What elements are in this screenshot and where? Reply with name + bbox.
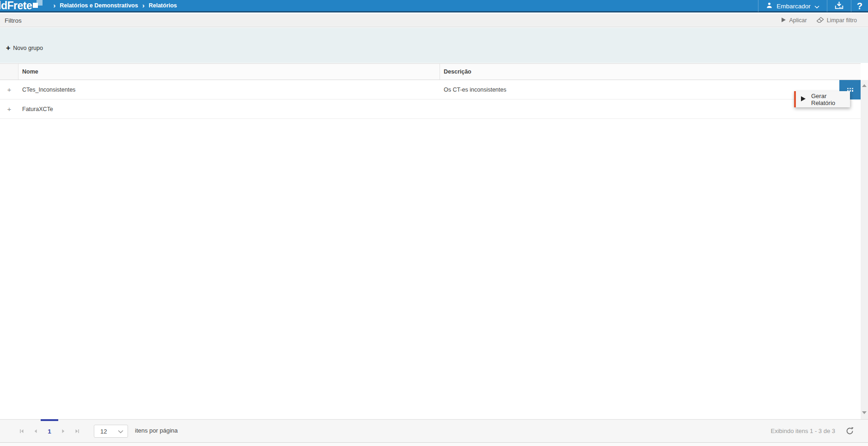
column-header-nome[interactable]: Nome	[18, 64, 440, 80]
play-icon	[781, 17, 786, 24]
page-size-dropdown[interactable]: 12	[94, 425, 128, 438]
pager-status: Exibindo itens 1 - 3 de 3	[771, 427, 835, 434]
last-page-button[interactable]	[70, 424, 84, 438]
app-logo[interactable]: ldFrete	[0, 0, 43, 12]
logo-squares-icon	[33, 0, 43, 10]
eraser-icon	[816, 17, 824, 25]
table-row[interactable]: + FaturaXCTe	[0, 99, 861, 119]
expand-row-button[interactable]: +	[0, 105, 18, 113]
refresh-icon	[845, 427, 854, 435]
groups-panel: + Novo grupo	[0, 28, 868, 63]
user-menu[interactable]: Embarcador	[758, 0, 827, 13]
clear-filter-button[interactable]: Limpar filtro	[816, 17, 857, 25]
play-icon	[801, 96, 806, 103]
breadcrumb: › Relatórios e Demonstrativos › Relatóri…	[53, 2, 177, 9]
user-icon	[766, 2, 773, 11]
new-group-label: Novo grupo	[13, 45, 43, 51]
app-header: ldFrete › Relatórios e Demonstrativos › …	[0, 0, 868, 12]
menu-item-label: Gerar Relatório	[811, 93, 850, 106]
row-name-cell: FaturaXCTe	[18, 106, 440, 112]
expand-column-header	[0, 64, 18, 80]
filter-actions: Aplicar Limpar filtro	[781, 17, 863, 25]
row-name-cell: CTes_Inconsistentes	[18, 87, 440, 93]
refresh-button[interactable]	[845, 427, 854, 435]
breadcrumb-item-relatorios-e-demonstrativos[interactable]: Relatórios e Demonstrativos	[60, 2, 138, 9]
plus-icon: +	[7, 105, 12, 113]
apply-filter-label: Aplicar	[789, 17, 807, 24]
expand-row-button[interactable]: +	[0, 86, 18, 93]
chevron-down-icon	[118, 428, 123, 435]
user-label: Embarcador	[776, 3, 811, 10]
grid-header: Nome Descrição	[0, 63, 861, 80]
help-icon: ?	[857, 1, 862, 12]
vertical-scrollbar[interactable]	[861, 80, 868, 419]
column-header-label: Descrição	[444, 68, 471, 75]
download-button[interactable]	[827, 0, 851, 13]
bottom-strip	[0, 442, 868, 446]
pager: 1 12 itens por página Exibindo itens 1 -…	[0, 419, 868, 442]
logo-text: ldFrete	[0, 0, 32, 12]
header-right-cluster: Embarcador ?	[758, 0, 868, 13]
next-page-button[interactable]	[56, 424, 70, 438]
filters-bar: Filtros Aplicar Limpar filtro	[0, 14, 868, 27]
scroll-down-arrow-icon[interactable]	[862, 411, 867, 414]
pager-right: Exibindo itens 1 - 3 de 3	[771, 420, 854, 442]
plus-icon: +	[7, 86, 12, 93]
filters-title: Filtros	[5, 17, 22, 24]
scroll-up-arrow-icon[interactable]	[862, 84, 867, 87]
page-number-button[interactable]: 1	[43, 424, 56, 438]
clear-filter-label: Limpar filtro	[827, 17, 857, 24]
previous-page-button[interactable]	[29, 424, 43, 438]
chevron-right-icon: ›	[53, 2, 55, 9]
first-page-button[interactable]	[15, 424, 29, 438]
column-header-descricao[interactable]: Descrição	[440, 64, 861, 80]
breadcrumb-item-relatorios[interactable]: Relatórios	[149, 2, 177, 9]
chevron-down-icon	[814, 2, 819, 11]
column-header-label: Nome	[22, 68, 38, 75]
help-button[interactable]: ?	[851, 0, 868, 13]
apply-filter-button[interactable]: Aplicar	[781, 17, 807, 24]
table-row[interactable]: + CTes_Inconsistentes Os CT-es inconsist…	[0, 80, 861, 99]
reports-grid: Nome Descrição + CTes_Inconsistentes Os …	[0, 63, 861, 119]
new-group-button[interactable]: + Novo grupo	[6, 44, 43, 52]
menu-item-gerar-relatorio[interactable]: Gerar Relatório	[796, 91, 850, 107]
plus-icon: +	[6, 44, 10, 52]
row-context-menu: Gerar Relatório	[794, 91, 850, 107]
download-icon	[834, 1, 844, 12]
pager-nav: 1	[15, 424, 84, 438]
current-page-indicator	[41, 419, 58, 421]
chevron-right-icon: ›	[142, 2, 145, 9]
page: ldFrete › Relatórios e Demonstrativos › …	[0, 0, 868, 446]
page-size-label: itens por página	[135, 427, 178, 434]
page-size-value: 12	[100, 428, 107, 435]
